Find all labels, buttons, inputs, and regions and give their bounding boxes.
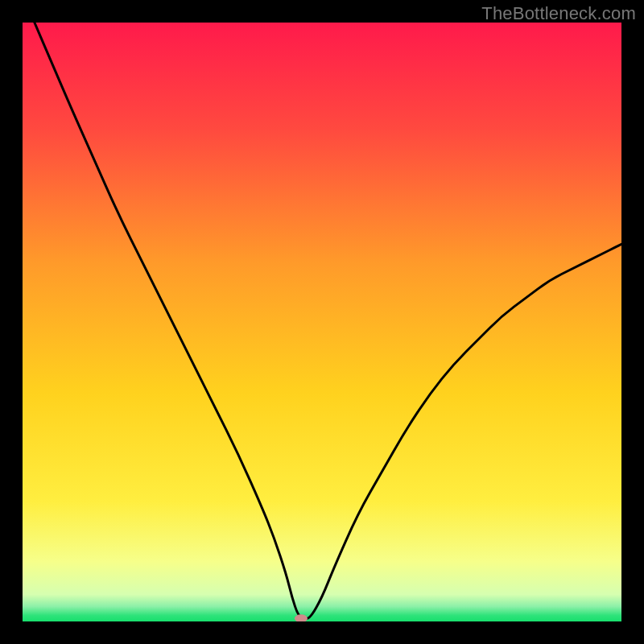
chart-frame: TheBottleneck.com <box>0 0 644 644</box>
gradient-background <box>23 23 621 621</box>
bottleneck-chart <box>23 23 621 621</box>
watermark-text: TheBottleneck.com <box>481 3 636 24</box>
plot-area <box>23 23 621 621</box>
